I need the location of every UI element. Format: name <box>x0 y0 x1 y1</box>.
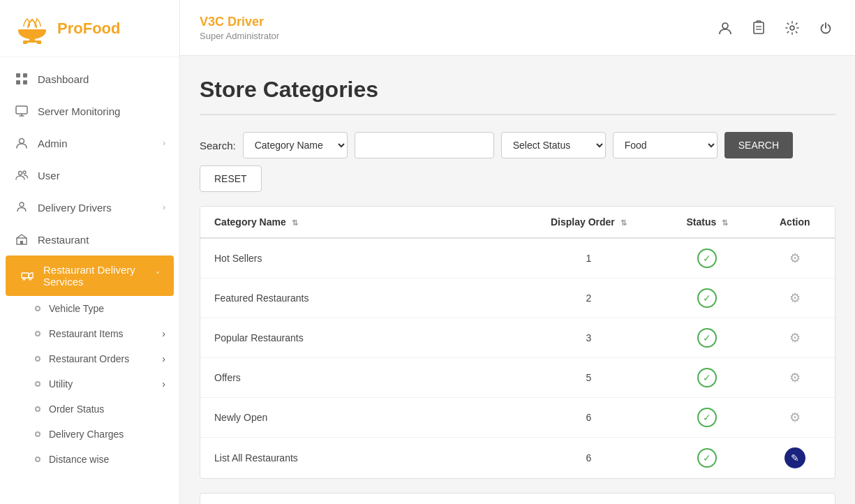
search-bar: Search: Category Name Display Order Stat… <box>200 132 835 192</box>
sidebar-item-order-status[interactable]: Order Status <box>0 396 179 422</box>
gear-action-icon[interactable]: ⚙ <box>785 408 805 427</box>
svg-rect-0 <box>18 29 46 31</box>
dot-icon <box>35 406 40 412</box>
gear-action-icon[interactable]: ⚙ <box>785 288 805 308</box>
col-status[interactable]: Status ⇅ <box>660 207 754 238</box>
dot-icon <box>35 306 40 311</box>
user-profile-icon[interactable] <box>715 18 735 38</box>
svg-point-19 <box>722 23 728 29</box>
search-status-select[interactable]: Select Status Active Inactive <box>501 132 606 158</box>
edit-action-icon[interactable]: ✎ <box>785 447 805 468</box>
sort-icon: ⇅ <box>620 218 627 228</box>
topbar-driver-name: V3C Driver <box>200 15 279 29</box>
sidebar-item-label: Dashboard <box>38 73 165 85</box>
sidebar-item-dashboard[interactable]: Dashboard <box>0 63 179 95</box>
svg-point-17 <box>23 278 25 280</box>
cell-display-order: 2 <box>518 279 660 318</box>
sidebar-item-label: Restaurant Delivery Services <box>43 264 156 288</box>
sidebar-item-delivery-drivers[interactable]: Delivery Drivers › <box>0 191 179 223</box>
table-row: Hot Sellers1✓⚙ <box>200 238 835 279</box>
sidebar-item-distance-wise[interactable]: Distance wise <box>0 447 179 472</box>
settings-icon[interactable] <box>782 18 802 38</box>
sidebar-item-restaurant-items[interactable]: Restaurant Items › <box>0 321 179 346</box>
col-action: Action <box>755 207 835 238</box>
svg-rect-4 <box>23 40 41 43</box>
chevron-right-icon: › <box>163 202 165 212</box>
svg-point-11 <box>19 172 22 175</box>
clipboard-icon[interactable] <box>749 18 768 38</box>
logo-text: ProFood <box>57 20 120 38</box>
sidebar-item-restaurant-delivery-services[interactable]: Restaurant Delivery Services ˅ <box>6 255 174 296</box>
cell-category-name: List All Restaurants <box>200 438 518 479</box>
content-area: Store Categories Search: Category Name D… <box>180 56 855 504</box>
logo-icon <box>14 13 50 44</box>
svg-rect-9 <box>16 106 27 114</box>
sidebar-item-server-monitoring[interactable]: Server Monitoring <box>0 95 179 127</box>
col-category-name[interactable]: Category Name ⇅ <box>200 207 518 238</box>
categories-table: Category Name ⇅ Display Order ⇅ Status ⇅… <box>200 206 835 479</box>
chevron-right-icon: › <box>163 138 165 148</box>
cell-action: ✎ <box>755 438 835 479</box>
table-row: Popular Restaurants3✓⚙ <box>200 318 835 358</box>
cell-action: ⚙ <box>755 279 835 318</box>
svg-rect-20 <box>754 22 764 34</box>
dot-icon <box>35 457 40 462</box>
cell-action: ⚙ <box>755 318 835 358</box>
sidebar-sub-label: Distance wise <box>49 454 109 465</box>
svg-point-12 <box>23 171 26 174</box>
sidebar-sub-label: Utility <box>49 378 73 390</box>
person-icon <box>14 135 29 151</box>
dot-icon <box>35 431 40 437</box>
reset-button[interactable]: RESET <box>200 165 262 192</box>
sidebar-item-admin[interactable]: Admin › <box>0 127 179 159</box>
dot-icon <box>35 356 40 362</box>
title-divider <box>200 114 835 115</box>
cell-category-name: Popular Restaurants <box>200 318 518 358</box>
sidebar-sub-label: Restaurant Items <box>49 328 124 339</box>
sidebar-item-utility[interactable]: Utility › <box>0 371 179 396</box>
svg-point-18 <box>29 278 31 280</box>
topbar: V3C Driver Super Administrator <box>180 0 855 56</box>
col-display-order[interactable]: Display Order ⇅ <box>518 207 660 238</box>
people-icon <box>14 168 29 183</box>
svg-rect-6 <box>23 73 27 77</box>
sidebar-item-user[interactable]: User <box>0 159 179 191</box>
cell-display-order: 1 <box>518 238 660 279</box>
sidebar-item-label: Restaurant <box>38 234 165 246</box>
search-button[interactable]: SEARCH <box>724 132 793 158</box>
gear-action-icon[interactable]: ⚙ <box>785 368 805 387</box>
gear-action-icon[interactable]: ⚙ <box>785 249 805 268</box>
sidebar-item-label: Delivery Drivers <box>38 202 163 214</box>
sidebar-item-delivery-charges[interactable]: Delivery Charges <box>0 422 179 447</box>
table-row: Newly Open6✓⚙ <box>200 398 835 438</box>
sidebar-sub-label: Delivery Charges <box>49 429 124 440</box>
topbar-role: Super Administrator <box>200 31 279 41</box>
monitor-icon <box>14 103 29 119</box>
logo: ProFood <box>0 0 179 57</box>
search-category-select[interactable]: Food All Grocery <box>613 132 718 158</box>
status-check-icon: ✓ <box>697 448 717 468</box>
sidebar-item-vehicle-type[interactable]: Vehicle Type <box>0 296 179 321</box>
sidebar-item-restaurant-orders[interactable]: Restaurant Orders › <box>0 346 179 371</box>
topbar-info: V3C Driver Super Administrator <box>200 15 279 41</box>
main-area: V3C Driver Super Administrator Store Cat… <box>180 0 855 504</box>
cell-display-order: 6 <box>518 438 660 479</box>
svg-point-13 <box>20 202 24 207</box>
cell-action: ⚙ <box>755 398 835 438</box>
cell-display-order: 5 <box>518 358 660 398</box>
search-text-input[interactable] <box>355 132 494 158</box>
sidebar-item-label: Server Monitoring <box>38 105 165 117</box>
cell-category-name: Offers <box>200 358 518 398</box>
search-label: Search: <box>200 140 236 151</box>
search-filter-select[interactable]: Category Name Display Order Status <box>243 132 348 158</box>
gear-action-icon[interactable]: ⚙ <box>785 328 805 348</box>
sidebar-item-restaurant[interactable]: Restaurant <box>0 223 179 255</box>
sidebar-sub-label: Vehicle Type <box>49 303 104 314</box>
notes-section: Notes: <box>200 493 835 504</box>
cell-status: ✓ <box>660 238 754 279</box>
svg-point-10 <box>20 139 24 144</box>
topbar-icons <box>715 18 835 38</box>
cell-status: ✓ <box>660 318 754 358</box>
sidebar-item-label: Admin <box>38 138 163 149</box>
power-icon[interactable] <box>816 18 835 38</box>
